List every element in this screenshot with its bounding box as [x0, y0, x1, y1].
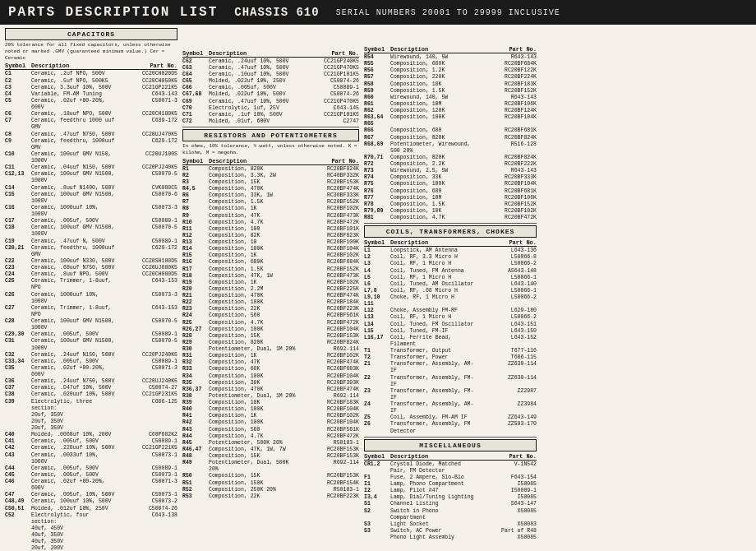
- row-description: 20uf, 350V: [31, 412, 116, 419]
- table-row: C28 Ceramic, 100uuf GMV N1500, 1000V C50…: [5, 318, 177, 331]
- row-symbol: R6: [182, 192, 209, 199]
- row-symbol: R46,47: [182, 447, 209, 453]
- res2-headers: Symbol Description Part No.: [364, 46, 537, 53]
- row-description: Composition, 680K: [390, 61, 475, 67]
- table-row: C19 Ceramic, .47uuf N, 500V C50089-1: [5, 238, 177, 245]
- row-symbol: C11: [5, 164, 31, 171]
- row-part: CC21GP240K5: [297, 58, 359, 65]
- row-part: L50066-2: [475, 294, 537, 301]
- row-symbol: L6: [364, 281, 390, 288]
- row-description: Composition, 15K: [209, 453, 297, 460]
- row-description: Molded, .022uf 10%, 500V: [209, 91, 297, 98]
- row-part: R50103-1: [297, 440, 359, 447]
- row-symbol: R45: [182, 440, 209, 447]
- row-description: Composition, 82K: [209, 233, 297, 239]
- row-part: L643-150: [475, 328, 537, 335]
- row-part: RC20BF824K: [475, 135, 537, 141]
- cap-cont-headers: Symbol Description Part No.: [182, 50, 359, 58]
- row-description: Composition, 100K: [209, 326, 297, 333]
- divider-2: [364, 223, 537, 224]
- row-symbol: C28: [5, 318, 31, 331]
- row-description: Composition, 680K: [209, 259, 297, 266]
- row-part: C2747: [297, 118, 359, 125]
- table-row: R45 Potentiometer, 500K 20% R50103-1: [182, 440, 359, 447]
- row-symbol: CR1,2: [364, 461, 390, 475]
- table-row: F1 Fuse, 2 Ampere, Slo-Blo F643-154: [364, 475, 537, 481]
- table-row: R57 Composition, 220K RC20BF224K: [364, 74, 537, 81]
- row-symbol: R29: [182, 340, 209, 346]
- row-symbol: C40: [5, 432, 31, 438]
- row-symbol: C2: [5, 78, 31, 85]
- row-part: C50070-6: [116, 192, 177, 205]
- row-part: ZZ630-114: [475, 361, 537, 374]
- table-row: L1 Loopstick, AM Antenna L643-136: [364, 248, 537, 254]
- row-description: Coil, RF, 1 Micro H: [390, 275, 475, 281]
- row-symbol: R78: [364, 201, 390, 208]
- row-description: Lamp, Phono Compartment: [390, 481, 475, 488]
- row-symbol: C42: [5, 445, 31, 451]
- row-symbol: R1: [182, 166, 209, 173]
- row-part: R692-114: [297, 460, 359, 473]
- row-part: CC21GP231K5: [116, 391, 177, 398]
- row-description: Ceramic, feedthru, 1000uuf GMV: [31, 245, 116, 258]
- row-symbol: R52: [182, 487, 209, 493]
- row-part: CC20SH100D5: [116, 258, 177, 265]
- row-part: RC40BF332K: [297, 173, 359, 179]
- row-description: Ceramic, 1000uuf 10%, 1000V: [31, 205, 116, 218]
- row-symbol: R59: [364, 88, 390, 95]
- table-row: R75 Composition, 100K RC20BF104K: [364, 181, 537, 188]
- row-part: ZZ593-170: [475, 421, 537, 434]
- row-symbol: C39: [5, 399, 31, 412]
- row-description: Composition, 220K: [390, 74, 475, 81]
- row-symbol: Z3: [364, 388, 390, 401]
- table-row: R21 Composition, 470K RC20BF474K: [182, 293, 359, 299]
- table-row: C42 Ceramic, .220uuf 10%, 500V CC21GP221…: [5, 445, 177, 451]
- row-part: R50103-1: [297, 487, 359, 493]
- row-symbol: R16: [182, 259, 209, 266]
- row-description: Composition, 15K: [209, 473, 297, 479]
- row-description: Ceramic, .005uf, 500V: [31, 472, 116, 479]
- row-part: CC21GP101K5: [297, 72, 359, 78]
- row-description: Coil, Tuned, AM Oscillator: [390, 281, 475, 288]
- row-description: Composition, 560: [209, 313, 297, 319]
- row-symbol: R11: [182, 226, 209, 233]
- table-row: C43 Ceramic, .0033uf 10%, 1000V C50073-1: [5, 452, 177, 465]
- row-description: Potentiometer, Wirewound, 500 20%: [390, 141, 475, 155]
- row-description: Wirewound, 140, 5W: [390, 54, 475, 61]
- row-description: Phono Light Assembly: [390, 535, 475, 541]
- row-part: RC20BF183K: [475, 81, 537, 88]
- row-part: V-1N542: [475, 461, 537, 475]
- table-row: L5 Coil, RF, 1 Micro H L50066-1: [364, 275, 537, 281]
- row-description: Ceramic, feedthru, 1000uuf GMV: [31, 138, 116, 151]
- row-symbol: R79,80: [364, 208, 390, 215]
- row-symbol: R76: [364, 188, 390, 195]
- table-row: C31 Ceramic, 100uuf GMV N1500, 1000V C50…: [5, 338, 177, 351]
- row-symbol: R17: [182, 266, 209, 273]
- row-part: RC20BF100K: [297, 239, 359, 246]
- row-description: Ceramic, Trimmer, 1-8uuf, NPO: [31, 305, 116, 318]
- row-part: RC20BF474K: [297, 293, 359, 299]
- row-symbol: L13: [364, 314, 390, 321]
- row-part: C50071-3: [116, 479, 177, 492]
- row-symbol: L7,8: [364, 288, 390, 294]
- row-description: Composition, 1.2K: [390, 67, 475, 74]
- row-description: Composition, 180K: [209, 299, 297, 306]
- row-description: Coil, Tuned, FM Antenna: [390, 268, 475, 275]
- row-description: Ceramic, .02uf +80-20%, 600V: [31, 365, 116, 378]
- table-row: S1 Channel Listing S643-147: [364, 501, 537, 507]
- row-part: CC20UJ100S: [116, 151, 177, 164]
- row-part: R643-143: [475, 95, 537, 101]
- row-description: Composition, 100K: [209, 406, 297, 413]
- row-description: Choke, Assembly FM-RF: [390, 308, 475, 314]
- row-part: L50066-1: [475, 275, 537, 281]
- row-symbol: L9,10: [364, 294, 390, 301]
- row-symbol: L15: [364, 328, 390, 335]
- row-part: RC20BF102K: [297, 413, 359, 419]
- row-part: RC20BF153K: [297, 179, 359, 186]
- table-row: R78 Composition, 1.5K RC20BF152K: [364, 201, 537, 208]
- row-symbol: R35: [182, 380, 209, 387]
- row-part: RC20BF124K: [475, 108, 537, 114]
- table-row: R1 Composition, 820K RC20BF824K: [182, 166, 359, 173]
- row-symbol: Z2: [364, 375, 390, 388]
- row-part: ZZ643-149: [475, 414, 537, 421]
